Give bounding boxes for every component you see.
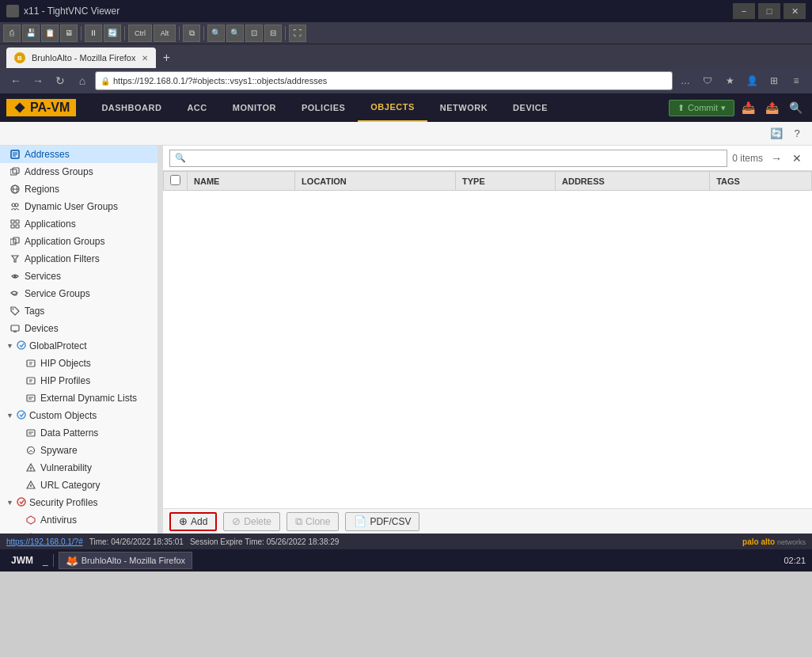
sync-button[interactable]: 👤 [742,71,761,90]
dynamic-user-groups-icon [9,201,21,212]
export-button[interactable]: 📤 [761,97,782,118]
sidebar-group-security-profiles[interactable]: ▼ Security Profiles [0,494,157,511]
pdf-csv-button[interactable]: 📄 PDF/CSV [345,512,419,531]
svg-rect-30 [27,395,35,401]
tb-btn-ctrl[interactable]: Ctrl [128,25,152,42]
tb-btn-fullscreen[interactable]: ⛶ [289,25,306,42]
tb-btn-1[interactable]: ⎙ [3,25,21,42]
delete-button[interactable]: ⊘ Delete [223,512,280,531]
new-tab-button[interactable]: + [156,47,176,68]
search-go-button[interactable]: → [768,150,785,167]
sidebar-item-tags[interactable]: Tags [0,302,157,320]
sidebar-item-spyware[interactable]: Spyware [16,442,157,459]
star-button[interactable]: ★ [720,71,739,90]
regions-icon [9,184,21,195]
select-all-checkbox[interactable] [170,175,180,185]
sidebar-item-url-category[interactable]: URL Category [16,477,157,494]
search-clear-button[interactable]: ✕ [788,150,806,167]
sidebar-item-application-filters[interactable]: Application Filters [0,250,157,268]
url-bar[interactable]: 🔒 https://192.168.0.1/?#objects::vsys1::… [95,71,673,90]
sidebar-item-data-patterns[interactable]: Data Patterns [16,424,157,442]
globalprotect-icon [17,340,26,352]
home-button[interactable]: ⌂ [73,71,92,90]
nav-device[interactable]: DEVICE [500,93,560,122]
tb-btn-copy[interactable]: ⧉ [183,25,200,42]
vulnerability-icon [25,462,36,473]
sidebar-item-vulnerability[interactable]: Vulnerability [16,459,157,477]
add-button[interactable]: ⊕ Add [169,512,217,531]
nav-acc[interactable]: ACC [174,93,219,122]
close-tab-button[interactable]: ✕ [142,54,148,63]
import-button[interactable]: 📥 [738,97,758,118]
nav-objects[interactable]: OBJECTS [358,93,427,122]
tb-btn-6[interactable]: 🔄 [104,25,121,42]
window-controls: − □ ✕ [733,3,806,19]
sidebar-item-antivirus[interactable]: Antivirus [16,511,157,529]
sidebar-label-anti-spyware: Anti-Spyware [40,532,97,534]
sidebar-label-vulnerability: Vulnerability [40,462,92,473]
sidebar-item-hip-profiles[interactable]: HIP Profiles [16,372,157,389]
tb-btn-3[interactable]: 📋 [41,25,59,42]
pocket-button[interactable]: 🛡 [698,71,717,90]
forward-button[interactable]: → [28,71,47,90]
tb-btn-alt[interactable]: Alt [154,25,176,42]
sidebar-item-application-groups[interactable]: Application Groups [0,233,157,250]
bookmarks-button[interactable]: … [676,71,695,90]
sidebar-item-regions[interactable]: Regions [0,180,157,198]
main-layout: Addresses Address Groups Regions Dynamic… [0,146,812,534]
close-button[interactable]: ✕ [784,3,806,19]
sidebar-item-external-dynamic-lists[interactable]: External Dynamic Lists [16,389,157,407]
status-session: Session Expire Time: 05/26/2022 18:38:29 [190,537,339,546]
nav-dashboard[interactable]: DASHBOARD [89,93,174,122]
sidebar-group-globalprotect[interactable]: ▼ GlobalProtect [0,337,157,355]
table-container: NAME LOCATION TYPE ADDRESS TAGS [163,171,812,508]
sidebar-item-services[interactable]: Services [0,268,157,285]
sidebar-item-applications[interactable]: Applications [0,215,157,233]
refresh-sec-button[interactable]: 🔄 [768,125,785,142]
hip-objects-icon [25,358,36,369]
status-url[interactable]: https://192.168.0.1/?# [6,537,83,546]
maximize-button[interactable]: □ [758,3,780,19]
sidebar-label-data-patterns: Data Patterns [40,427,98,439]
taskbar-app-item[interactable]: 🦊 BruhloAlto - Mozilla Firefox [59,552,192,569]
taskbar-start[interactable]: JWM [6,555,38,566]
active-tab[interactable]: B BruhloAlto - Mozilla Firefox ✕ [6,47,156,68]
sidebar-item-hip-objects[interactable]: HIP Objects [16,355,157,372]
tb-btn-2[interactable]: 💾 [22,25,40,42]
nav-policies[interactable]: POLICIES [289,93,358,122]
col-type: TYPE [456,172,556,191]
reload-button[interactable]: ↻ [51,71,70,90]
nav-actions: ⬆ Commit ▾ 📥 📤 🔍 [669,97,806,118]
col-tags: TAGS [710,172,812,191]
sidebar-item-address-groups[interactable]: Address Groups [0,163,157,180]
nav-monitor[interactable]: MONITOR [220,93,289,122]
menu-button[interactable]: ≡ [787,71,806,90]
tb-btn-zoom-fit[interactable]: ⊡ [245,25,263,42]
clone-icon: ⧉ [295,515,302,528]
clone-button[interactable]: ⧉ Clone [286,512,339,531]
tb-btn-zoom-out[interactable]: 🔍 [207,25,225,42]
back-button[interactable]: ← [6,71,25,90]
sidebar-item-dynamic-user-groups[interactable]: Dynamic User Groups [0,198,157,215]
sidebar-item-devices[interactable]: Devices [0,320,157,337]
tags-icon [9,306,21,317]
minimize-button[interactable]: − [733,3,755,19]
search-input-wrap[interactable]: 🔍 [169,150,727,167]
search-nav-button[interactable]: 🔍 [785,97,806,118]
commit-chevron: ▾ [721,103,726,113]
sidebar-item-anti-spyware[interactable]: Anti-Spyware [16,529,157,534]
tb-btn-zoom-in[interactable]: 🔍 [226,25,244,42]
sidebar-item-service-groups[interactable]: Service Groups [0,285,157,302]
extensions-button[interactable]: ⊞ [765,71,784,90]
sidebar-group-custom-objects[interactable]: ▼ Custom Objects [0,407,157,424]
custom-objects-children: Data Patterns Spyware Vulnerability URL … [0,424,157,494]
application-groups-icon [9,236,21,247]
tb-btn-zoom-full[interactable]: ⊟ [264,25,282,42]
tb-btn-5[interactable]: ⏸ [85,25,102,42]
nav-network[interactable]: NETWORK [427,93,500,122]
sidebar-item-addresses[interactable]: Addresses [0,146,157,163]
tb-btn-4[interactable]: 🖥 [60,25,78,42]
help-button[interactable]: ? [788,125,806,142]
search-input[interactable] [189,153,722,164]
commit-button[interactable]: ⬆ Commit ▾ [669,100,734,116]
